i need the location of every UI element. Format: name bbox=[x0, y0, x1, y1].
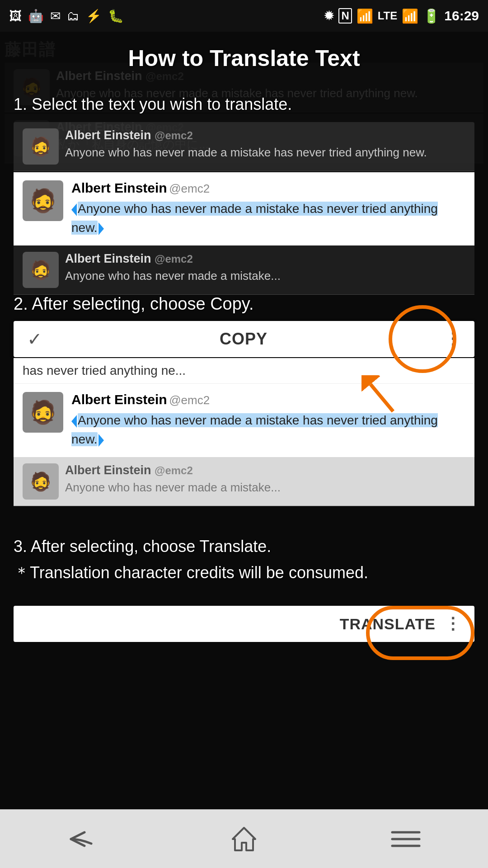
selected-text-2: Anyone who has never made a mistake has … bbox=[71, 413, 438, 446]
tutorial-title: How to Translate Text bbox=[0, 32, 488, 80]
step1-below-text: Anyone who has never made a mistake... bbox=[65, 268, 281, 284]
translate-more-icon[interactable]: ⋮ bbox=[445, 614, 461, 633]
context-menu-bar: ✓ COPY ⋮ bbox=[14, 321, 474, 357]
copy-label[interactable]: COPY bbox=[220, 330, 267, 349]
step1-bg-name: Albert Einstein @emc2 bbox=[65, 128, 427, 142]
status-bar: 🖼 🤖 ✉ 🗂 ⚡ 🐛 ✹ N 📶 LTE 📶 🔋 16:29 bbox=[0, 0, 488, 32]
selection-handle-left-1 bbox=[71, 203, 77, 216]
step1-bg-tweet: 🧔 Albert Einstein @emc2 Anyone who has n… bbox=[14, 122, 474, 171]
bluetooth-icon: ✹ bbox=[324, 9, 334, 23]
step2-tweet-text: Anyone who has never made a mistake has … bbox=[71, 411, 465, 449]
step3-line1: 3. After selecting, choose Translate. bbox=[14, 537, 271, 556]
step2-below-name: Albert Einstein @emc2 bbox=[65, 463, 281, 477]
lte-icon: LTE bbox=[378, 9, 398, 22]
step1-tweet-avatar: 🧔 bbox=[23, 180, 63, 221]
step1-tweet-card: 🧔 Albert Einstein @emc2 Anyone who has n… bbox=[14, 172, 474, 245]
tutorial-content: How to Translate Text 1. Select the text… bbox=[0, 32, 488, 836]
check-icon: ✓ bbox=[27, 329, 42, 349]
more-icon[interactable]: ⋮ bbox=[445, 330, 461, 349]
step3-instruction: 3. After selecting, choose Translate. ＊T… bbox=[0, 524, 488, 590]
usb-icon: ⚡ bbox=[86, 9, 102, 24]
selection-handle-right-1 bbox=[99, 222, 104, 235]
step1-below-name: Albert Einstein @emc2 bbox=[65, 252, 281, 266]
svg-marker-2 bbox=[233, 828, 255, 850]
status-bar-left-icons: 🖼 🤖 ✉ 🗂 ⚡ 🐛 bbox=[9, 9, 124, 24]
translate-label[interactable]: TRANSLATE bbox=[340, 615, 436, 633]
step1-tweet-name: Albert Einstein @emc2 bbox=[71, 180, 465, 196]
signal-icon: 📶 bbox=[402, 8, 418, 24]
step3-line2: ＊Translation character credits will be c… bbox=[14, 563, 368, 582]
menu-button[interactable] bbox=[390, 828, 422, 850]
step2-container: ✓ COPY ⋮ has never tried anything ne... … bbox=[0, 321, 488, 506]
android-icon: 🤖 bbox=[28, 9, 44, 24]
step3-container: TRANSLATE ⋮ bbox=[0, 606, 488, 642]
home-button[interactable] bbox=[230, 826, 258, 853]
back-button[interactable] bbox=[66, 828, 98, 850]
step2-below-tweet: 🧔 Albert Einstein @emc2 Anyone who has n… bbox=[14, 457, 474, 506]
sms-icon: ✉ bbox=[50, 9, 61, 24]
step1-tweet-text: Anyone who has never made a mistake has … bbox=[71, 199, 465, 237]
main-content: 藤田譜 🧔 Albert Einstein @emc2 Anyone who h… bbox=[0, 32, 488, 836]
selection-handle-left-2 bbox=[71, 415, 77, 428]
time-display: 16:29 bbox=[444, 8, 479, 24]
nfc-icon: N bbox=[338, 8, 352, 24]
step1-bg-text: Anyone who has never made a mistake has … bbox=[65, 144, 427, 160]
step2-below-avatar: 🧔 bbox=[23, 463, 59, 500]
step1-tweet-container: 🧔 Albert Einstein @emc2 Anyone who has n… bbox=[0, 122, 488, 295]
photo-icon: 🖼 bbox=[9, 9, 22, 24]
step1-bg-avatar: 🧔 bbox=[23, 128, 59, 165]
orange-arrow-svg bbox=[361, 375, 407, 416]
wifi-icon: 📶 bbox=[357, 8, 373, 24]
step2-instruction: 2. After selecting, choose Copy. bbox=[0, 285, 488, 323]
step1-tweet-body: Albert Einstein @emc2 Anyone who has nev… bbox=[71, 180, 465, 237]
translate-bar: TRANSLATE ⋮ bbox=[14, 606, 474, 642]
step1-below-avatar: 🧔 bbox=[23, 252, 59, 288]
step1-instruction: 1. Select the text you wish to translate… bbox=[0, 86, 488, 123]
selection-handle-right-2 bbox=[99, 434, 104, 447]
debug-icon: 🐛 bbox=[108, 9, 124, 24]
gallery-icon: 🗂 bbox=[67, 9, 80, 24]
bottom-nav bbox=[0, 809, 488, 868]
svg-line-1 bbox=[371, 384, 393, 411]
battery-icon: 🔋 bbox=[423, 8, 440, 24]
step2-tweet-avatar: 🧔 bbox=[23, 392, 63, 433]
selected-text-1: Anyone who has never made a mistake has … bbox=[71, 202, 438, 235]
status-bar-right-icons: ✹ N 📶 LTE 📶 🔋 16:29 bbox=[324, 8, 479, 24]
step2-below-text: Anyone who has never made a mistake... bbox=[65, 479, 281, 495]
